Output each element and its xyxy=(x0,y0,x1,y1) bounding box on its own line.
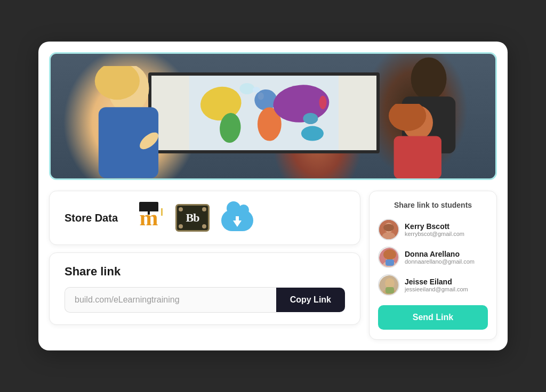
svg-point-6 xyxy=(301,126,324,141)
cloud-upload-icon xyxy=(220,205,254,231)
right-panel: Share link to students xyxy=(369,191,497,340)
store-data-icons: m Bb xyxy=(133,203,254,233)
store-data-card: Store Data m Bb xyxy=(49,191,360,245)
svg-point-16 xyxy=(411,58,446,100)
content-bottom: Store Data m Bb xyxy=(49,191,497,340)
blackboard-icon: Bb xyxy=(175,204,210,232)
student-avatar-3 xyxy=(378,274,399,296)
share-link-title: Share link xyxy=(65,265,345,279)
student-email-1: kerrybscot@gmail.com xyxy=(405,231,464,237)
share-link-input-row: Copy Link xyxy=(65,287,345,313)
main-card: Store Data m Bb xyxy=(38,42,508,350)
svg-point-8 xyxy=(253,87,260,93)
student-email-2: donnaarellano@gmail.com xyxy=(405,258,475,265)
student-info-3: Jeisse Eiland jessieeiland@gmail.com xyxy=(405,277,468,292)
svg-point-9 xyxy=(258,93,264,100)
store-data-label: Store Data xyxy=(65,212,118,224)
student-avatar-2 xyxy=(378,247,399,268)
svg-rect-29 xyxy=(386,259,394,266)
blackboard-bb-text: Bb xyxy=(186,211,199,225)
student-email-3: jessieeiland@gmail.com xyxy=(405,286,468,292)
copy-link-button[interactable]: Copy Link xyxy=(276,288,345,312)
student-info-1: Kerry Bscott kerrybscot@gmail.com xyxy=(405,222,464,237)
svg-point-27 xyxy=(383,249,396,260)
graduation-cap xyxy=(139,202,158,211)
left-panel: Store Data m Bb xyxy=(49,191,360,340)
upload-arrow xyxy=(233,220,242,227)
share-link-input[interactable] xyxy=(65,287,276,313)
student-item-3: Jeisse Eiland jessieeiland@gmail.com xyxy=(378,274,488,296)
svg-rect-20 xyxy=(394,136,441,178)
svg-rect-33 xyxy=(386,287,394,293)
student-info-2: Donna Arellano donnaarellano@gmail.com xyxy=(405,250,475,265)
student-avatar-1 xyxy=(378,219,399,240)
student-item-2: Donna Arellano donnaarellano@gmail.com xyxy=(378,247,488,268)
tassel xyxy=(161,208,163,216)
share-link-card: Share link Copy Link xyxy=(49,252,360,325)
svg-point-7 xyxy=(240,83,255,94)
student-name-3: Jeisse Eiland xyxy=(405,277,468,286)
student-item-1: Kerry Bscott kerrybscot@gmail.com xyxy=(378,219,488,240)
svg-point-11 xyxy=(303,113,318,124)
send-link-button[interactable]: Send Link xyxy=(378,305,488,330)
avatar-initials-1 xyxy=(379,220,398,239)
moodle-icon: m xyxy=(133,203,165,233)
svg-point-10 xyxy=(319,96,327,109)
svg-point-23 xyxy=(383,224,394,231)
student-list: Kerry Bscott kerrybscot@gmail.com xyxy=(378,219,488,296)
student-name-2: Donna Arellano xyxy=(405,250,475,258)
cloud-shape xyxy=(221,210,253,231)
share-link-students-title: Share link to students xyxy=(378,201,488,209)
student-name-1: Kerry Bscott xyxy=(405,222,464,231)
hero-image xyxy=(51,54,495,178)
hero-section xyxy=(49,52,497,180)
